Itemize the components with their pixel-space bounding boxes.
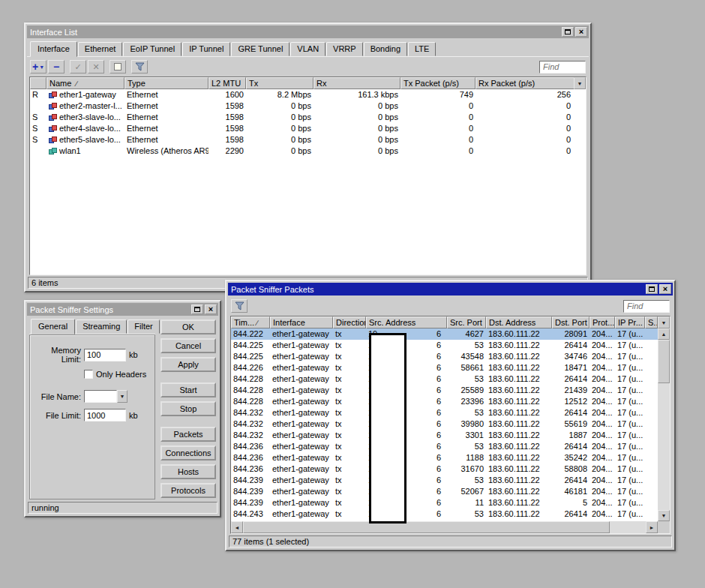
interface-row[interactable]: ether2-master-l... Ethernet 1598 0 bps 0… bbox=[30, 100, 586, 112]
scroll-down-button[interactable]: ▼ bbox=[658, 510, 670, 521]
dialog-button[interactable]: Stop bbox=[160, 401, 216, 416]
dialog-button[interactable]: OK bbox=[160, 320, 216, 334]
column-header[interactable]: IP Pr...∕ bbox=[615, 316, 645, 328]
maximize-button[interactable] bbox=[191, 304, 203, 314]
tab[interactable]: Interface bbox=[30, 41, 77, 57]
horizontal-scroll-thumb[interactable] bbox=[243, 521, 610, 533]
column-header[interactable]: Tx Packet (p/s)∕ bbox=[400, 77, 476, 89]
sniffer-settings-titlebar[interactable]: Packet Sniffer Settings × bbox=[27, 303, 218, 316]
packet-row[interactable]: 844.228 ether1-gateway tx 196 25589 183.… bbox=[231, 385, 658, 396]
column-header[interactable]: Prot...∕ bbox=[590, 316, 615, 328]
memory-limit-input[interactable] bbox=[84, 349, 126, 362]
dialog-button[interactable]: Cancel bbox=[160, 338, 216, 353]
dialog-button[interactable]: Connections bbox=[160, 446, 216, 460]
file-limit-input[interactable] bbox=[84, 409, 126, 422]
scroll-right-button[interactable]: ► bbox=[646, 521, 658, 533]
interface-icon bbox=[49, 136, 57, 144]
comment-button[interactable] bbox=[110, 60, 126, 74]
packets-table-body: 844.222 ether1-gateway tx 196 4627 183.6… bbox=[231, 328, 658, 521]
packet-row[interactable]: 844.239 ether1-gateway tx 196 52067 183.… bbox=[231, 486, 658, 497]
maximize-button[interactable] bbox=[646, 284, 658, 294]
dialog-button[interactable]: Protocols bbox=[160, 483, 216, 498]
vertical-scroll-thumb[interactable] bbox=[658, 340, 670, 383]
tab[interactable]: LTE bbox=[408, 42, 436, 56]
column-header[interactable]: Src. Address∕ bbox=[366, 316, 447, 328]
column-header[interactable]: Tx∕ bbox=[246, 77, 314, 89]
vertical-scroll-track[interactable] bbox=[658, 340, 670, 510]
tab[interactable]: IP Tunnel bbox=[182, 42, 230, 56]
packet-row[interactable]: 844.232 ether1-gateway tx 196 53 183.60.… bbox=[231, 407, 658, 418]
file-name-input[interactable] bbox=[84, 390, 117, 403]
find-input[interactable] bbox=[623, 300, 670, 313]
packet-row[interactable]: 844.225 ether1-gateway tx 196 43548 183.… bbox=[231, 351, 658, 362]
tab[interactable]: Bonding bbox=[364, 42, 407, 56]
column-header[interactable]: Tim...∕ bbox=[231, 316, 270, 328]
cell-time: 844.226 bbox=[231, 362, 270, 374]
packet-row[interactable]: 844.236 ether1-gateway tx 196 31670 183.… bbox=[231, 464, 658, 475]
interface-row[interactable]: R ether1-gateway Ethernet 1600 8.2 Mbps … bbox=[30, 89, 586, 100]
dialog-button[interactable]: Apply bbox=[160, 357, 216, 372]
packet-row[interactable]: 844.232 ether1-gateway tx 196 39980 183.… bbox=[231, 418, 658, 430]
packet-row[interactable]: 844.226 ether1-gateway tx 196 58661 183.… bbox=[231, 362, 658, 374]
only-headers-checkbox[interactable] bbox=[84, 370, 93, 379]
column-header[interactable]: Name∕ bbox=[46, 77, 124, 89]
packet-row[interactable]: 844.243 ether1-gateway tx 196 53 183.60.… bbox=[231, 508, 658, 520]
scroll-up-button[interactable]: ▲ bbox=[658, 328, 670, 340]
sniffer-packets-titlebar[interactable]: Packet Sniffer Packets × bbox=[228, 283, 673, 296]
packet-row[interactable]: 844.228 ether1-gateway tx 196 53 183.60.… bbox=[231, 374, 658, 385]
packet-row[interactable]: 844.228 ether1-gateway tx 196 23396 183.… bbox=[231, 396, 658, 407]
find-input[interactable] bbox=[539, 61, 586, 74]
tab[interactable]: EoIP Tunnel bbox=[123, 42, 182, 56]
packet-row[interactable]: 844.222 ether1-gateway tx 196 4627 183.6… bbox=[231, 328, 658, 340]
dialog-button[interactable]: Start bbox=[160, 382, 216, 398]
tab[interactable]: VLAN bbox=[290, 42, 326, 56]
scroll-left-button[interactable]: ◄ bbox=[231, 521, 243, 533]
column-header[interactable]: Rx∕ bbox=[314, 77, 400, 89]
dialog-button[interactable]: Hosts bbox=[160, 464, 216, 479]
filter-button[interactable] bbox=[131, 60, 148, 74]
column-header[interactable]: Interface∕ bbox=[270, 316, 333, 328]
vertical-scrollbar[interactable]: ▲ ▼ bbox=[658, 328, 670, 521]
packet-row[interactable]: 844.239 ether1-gateway tx 196 11 183.60.… bbox=[231, 497, 658, 508]
remove-button[interactable]: − bbox=[48, 60, 64, 74]
interface-row[interactable]: wlan1 Wireless (Atheros AR9... 2290 0 bp… bbox=[30, 146, 586, 157]
interface-row[interactable]: S ether3-slave-lo... Ethernet 1598 0 bps… bbox=[30, 112, 586, 123]
column-header[interactable]: Dst. Port∕ bbox=[552, 316, 590, 328]
close-button[interactable]: × bbox=[659, 284, 671, 294]
packet-row[interactable]: 844.236 ether1-gateway tx 196 1188 183.6… bbox=[231, 452, 658, 464]
enable-button[interactable]: ✓ bbox=[70, 60, 86, 74]
interface-list-titlebar[interactable]: Interface List × bbox=[27, 26, 589, 38]
dialog-button[interactable]: Packets bbox=[160, 427, 216, 442]
horizontal-scrollbar[interactable]: ◄ ► bbox=[231, 521, 658, 533]
column-header[interactable]: L2 MTU∕ bbox=[208, 77, 246, 89]
column-header[interactable]: Src. Port∕ bbox=[447, 316, 486, 328]
column-header[interactable]: S...∕ bbox=[645, 316, 658, 328]
packet-row[interactable]: 844.236 ether1-gateway tx 196 53 183.60.… bbox=[231, 441, 658, 452]
tab[interactable]: VRRP bbox=[326, 42, 363, 56]
column-header[interactable]: ∕ bbox=[30, 77, 46, 89]
column-header[interactable]: Dst. Address∕ bbox=[486, 316, 552, 328]
column-header[interactable]: Type∕ bbox=[124, 77, 208, 89]
file-name-dropdown-button[interactable]: ▼ bbox=[117, 390, 128, 403]
packet-row[interactable]: 844.225 ether1-gateway tx 196 53 183.60.… bbox=[231, 340, 658, 351]
column-header[interactable]: Rx Packet (p/s)∕ bbox=[476, 77, 586, 89]
filter-button[interactable] bbox=[231, 299, 248, 313]
column-header[interactable]: Direction∕ bbox=[333, 316, 366, 328]
tab[interactable]: Streaming bbox=[76, 320, 127, 334]
packet-row[interactable]: 844.232 ether1-gateway tx 196 3301 183.6… bbox=[231, 430, 658, 441]
packet-row[interactable]: 844.239 ether1-gateway tx 196 53 183.60.… bbox=[231, 475, 658, 486]
close-button[interactable]: × bbox=[205, 304, 217, 314]
close-button[interactable]: × bbox=[575, 27, 587, 37]
horizontal-scroll-track[interactable] bbox=[243, 521, 646, 533]
tab[interactable]: Ethernet bbox=[78, 42, 123, 56]
tab[interactable]: GRE Tunnel bbox=[231, 42, 290, 56]
add-button[interactable]: +▼ bbox=[30, 60, 46, 74]
column-menu-button[interactable]: ▼ bbox=[574, 77, 586, 89]
column-menu-button[interactable]: ▼ bbox=[658, 316, 670, 328]
tab[interactable]: General bbox=[31, 319, 75, 334]
interface-row[interactable]: S ether5-slave-lo... Ethernet 1598 0 bps… bbox=[30, 134, 586, 146]
interface-row[interactable]: S ether4-slave-lo... Ethernet 1598 0 bps… bbox=[30, 123, 586, 134]
disable-button[interactable]: ✕ bbox=[88, 60, 104, 74]
cell-l2mtu: 1598 bbox=[208, 100, 246, 112]
maximize-button[interactable] bbox=[562, 27, 574, 37]
